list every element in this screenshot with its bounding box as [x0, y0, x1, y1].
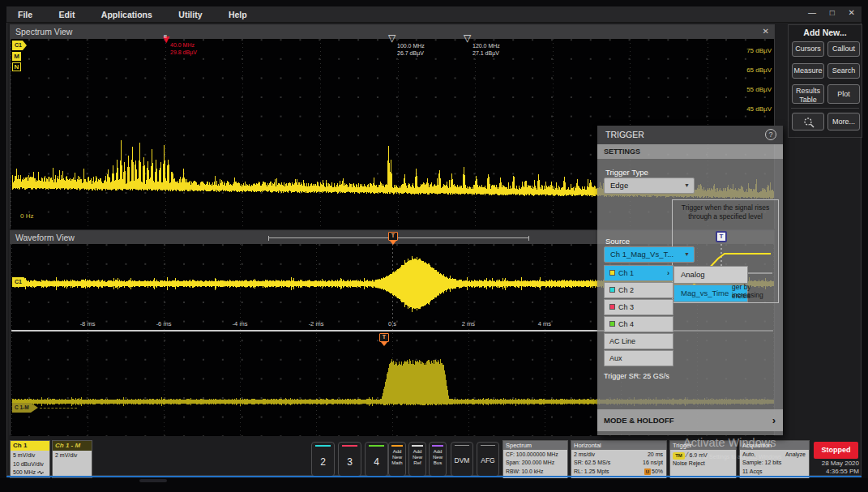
add-new-panel: Add New... Cursors Callout Measure Searc… [788, 24, 862, 138]
bus-color-line [432, 445, 443, 447]
trigger-help-text: Trigger when the signal rises through a … [673, 200, 778, 220]
source-menu-aux[interactable]: Aux [604, 350, 673, 366]
menu-edit[interactable]: Edit [48, 7, 87, 22]
search-button[interactable]: Search [827, 63, 860, 79]
source-menu-ch3[interactable]: Ch 3 [604, 299, 673, 315]
channel4-button[interactable]: 4 [365, 442, 388, 477]
plot-button[interactable]: Plot [827, 84, 860, 104]
spectrum-n-badge[interactable]: N [12, 62, 21, 71]
time-label-6: 4 ms [533, 320, 556, 327]
window-bottom-edge [6, 476, 862, 477]
time-label-4: 0 s [381, 320, 404, 327]
submenu-analog[interactable]: Analog [673, 266, 748, 284]
spectrum-cf: CF: 100.000000 MHz [506, 451, 566, 459]
help-icon[interactable]: ? [765, 129, 776, 140]
math-color-line [391, 445, 403, 447]
spectrum-ylabel-65: 65 dBµV [746, 66, 772, 74]
mode-holdoff-section[interactable]: MODE & HOLDOFF› [597, 409, 783, 431]
ch4-color-line [369, 445, 384, 447]
source-menu-ch2[interactable]: Ch 2 [604, 282, 673, 298]
dvm-button[interactable]: DVM [451, 442, 473, 477]
pan-zoom-bar[interactable] [268, 236, 529, 241]
position-icon: U [644, 468, 651, 475]
source-menu-ch1[interactable]: Ch 1› [604, 265, 673, 281]
add-new-math-button[interactable]: Add New Math [388, 442, 406, 477]
ref-color-line [412, 445, 423, 447]
menu-file[interactable]: File [6, 7, 44, 22]
horizontal-scale: 2 ms/div [574, 451, 595, 459]
trigger-dialog-title[interactable]: TRIGGER [597, 126, 783, 144]
marker1-icon[interactable]: ▽ [388, 33, 396, 43]
measure-button[interactable]: Measure [792, 63, 824, 79]
results-table-button[interactable]: Results Table [792, 84, 824, 104]
trigger-dialog: TRIGGER ? SETTINGS Trigger Type Edge▼ Tr… [597, 126, 783, 435]
source-menu-acline[interactable]: AC Line [604, 333, 673, 349]
pan-trigger-tail-icon [390, 241, 396, 245]
callout-button[interactable]: Callout [827, 41, 860, 57]
acquisition-badge[interactable]: Acquisition Auto,Analyze Sample: 12 bits… [739, 440, 810, 479]
horizontal-badge[interactable]: Horizontal 2 ms/div20 ms SR: 62.5 MS/s16… [571, 440, 667, 479]
marker2-icon[interactable]: ▽ [464, 33, 471, 43]
menu-utility[interactable]: Utility [167, 7, 213, 22]
ch1m-scale: 2 mV/div [55, 451, 92, 460]
taskbar [0, 478, 868, 492]
time-label-3: -2 ms [305, 320, 327, 327]
ch2-color-icon [609, 287, 615, 293]
cursors-button[interactable]: Cursors [792, 41, 824, 57]
add-new-bus-button[interactable]: Add New Bus [429, 442, 447, 477]
minimize-icon[interactable]: — [808, 8, 818, 17]
taskbar-hint[interactable] [139, 479, 167, 482]
add-new-title: Add New... [789, 28, 862, 37]
zoom-tool-button[interactable] [792, 113, 824, 130]
horizontal-sr: SR: 62.5 MS/s [574, 459, 610, 467]
trigger-level: 6.9 mV [690, 452, 708, 458]
trigger-type-select[interactable]: Edge▼ [604, 178, 695, 194]
run-stop-button[interactable]: Stopped [814, 442, 858, 459]
horizontal-rl: RL: 1.25 Mpts [574, 468, 609, 476]
time-label-2: -4 ms [229, 320, 251, 327]
time-label-0: -8 ms [76, 320, 99, 327]
marker2-readout: 120.0 MHz27.1 dBµV [472, 43, 500, 57]
menu-applications[interactable]: Applications [90, 7, 164, 22]
acquisition-analyze: Analyze [785, 451, 807, 459]
afg-button[interactable]: AFG [477, 442, 499, 477]
channel3-button[interactable]: 3 [338, 442, 361, 477]
rising-edge-icon: ∕ [686, 451, 688, 459]
close-icon[interactable]: ✕ [849, 8, 857, 17]
date-label: 28 May 2020 [810, 460, 859, 467]
chevron-down-icon: ▼ [684, 247, 690, 262]
time-label-1: -6 ms [152, 320, 175, 327]
ch1-badge[interactable]: Ch 1 5 mV/div 10 dBuV/div 500 MHz [10, 440, 50, 478]
menu-help[interactable]: Help [217, 7, 259, 22]
chevron-down-icon: ▼ [684, 178, 690, 193]
spectrum-rbw: RBW: 10.0 kHz [506, 468, 566, 476]
spectrum-settings-badge[interactable]: Spectrum CF: 100.000000 MHz Span: 200.00… [502, 440, 568, 479]
menu-bar: File Edit Applications Utility Help [6, 6, 862, 23]
add-new-ref-button[interactable]: Add New Ref [408, 442, 426, 477]
chevron-right-icon: › [772, 409, 776, 431]
sidebar-separator [791, 108, 859, 109]
trigger-dialog-body: Trigger Type Edge▼ Trigger when the sign… [597, 159, 783, 435]
maximize-icon[interactable]: □ [830, 8, 836, 17]
ch1m-badge[interactable]: Ch 1 - M 2 mV/div [52, 440, 92, 478]
source-menu-ch4[interactable]: Ch 4 [604, 316, 673, 332]
settings-section-header[interactable]: SETTINGS [597, 144, 783, 159]
spectrum-m-badge[interactable]: M [12, 52, 21, 61]
source-select[interactable]: Ch 1_Mag_Vs_T...▼ [604, 246, 695, 263]
source-label: Source [605, 237, 630, 246]
more-button[interactable]: More... [827, 113, 860, 130]
horizontal-window: 20 ms [648, 451, 665, 459]
ch2-color-line [315, 445, 331, 447]
help-text-fragment-2: eresis [732, 292, 750, 300]
axis-trigger-flag[interactable]: T [379, 333, 389, 342]
submenu-arrow-icon: › [667, 266, 669, 280]
trigger-mode: Noise Reject [673, 460, 734, 468]
ch1-color-icon [609, 270, 615, 276]
channel2-button[interactable]: 2 [311, 442, 335, 477]
spectrum-start-freq-label: 0 Hz [20, 212, 33, 220]
spectrum-close-icon[interactable]: ✕ [763, 27, 769, 36]
pan-trigger-flag[interactable]: T [388, 232, 398, 241]
horizontal-resolution: 16 ns/pt [643, 459, 665, 467]
axis-trigger-tail-icon [381, 342, 387, 346]
trigger-badge[interactable]: Trigger TM∕6.9 mV Noise Reject [669, 440, 737, 479]
